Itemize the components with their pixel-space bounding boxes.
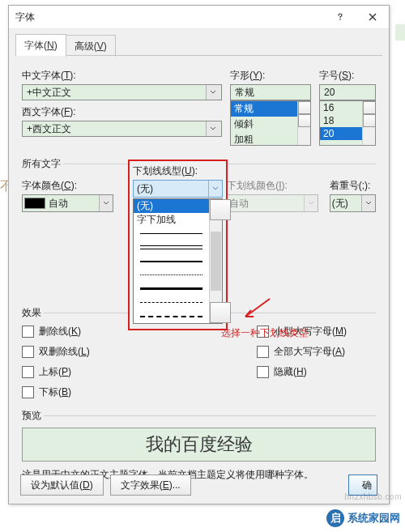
label-style: 字形(Y): bbox=[230, 69, 311, 83]
dialog-title: 字体 bbox=[15, 11, 35, 24]
preview-text: 我的百度经验 bbox=[146, 432, 253, 457]
scroll-down-icon[interactable] bbox=[210, 302, 231, 323]
chevron-down-icon bbox=[304, 195, 318, 211]
underline-option-dash-heavy[interactable] bbox=[134, 309, 209, 323]
scrollbar[interactable] bbox=[209, 199, 222, 323]
checkbox-hidden[interactable]: 隐藏(H) bbox=[257, 365, 347, 379]
label-font-color: 字体颜色(C): bbox=[22, 179, 113, 193]
underline-style-combo[interactable]: (无) bbox=[133, 180, 223, 198]
titlebar: 字体 bbox=[9, 6, 389, 29]
help-button[interactable] bbox=[324, 6, 356, 28]
site-logo: 启 系统家园网 bbox=[326, 509, 400, 527]
underline-option-words[interactable]: 字下加线 bbox=[134, 213, 209, 227]
underline-option-dotted[interactable] bbox=[134, 268, 209, 282]
label-underline-style: 下划线线型(U): bbox=[133, 164, 223, 178]
scroll-up-icon[interactable] bbox=[363, 101, 376, 114]
underline-style-highlight: 下划线线型(U): (无) (无) 字下加线 bbox=[128, 160, 228, 330]
emphasis-combo[interactable]: (无) bbox=[330, 194, 376, 212]
scroll-thumb[interactable] bbox=[211, 232, 221, 291]
watermark: hnzxhbsb.com bbox=[345, 492, 402, 501]
chevron-down-icon bbox=[208, 181, 222, 197]
underline-style-list: (无) 字下加线 bbox=[133, 198, 223, 324]
tab-font[interactable]: 字体(N) bbox=[15, 34, 66, 56]
underline-option-none[interactable]: (无) bbox=[134, 199, 209, 213]
size-value: 20 bbox=[322, 87, 373, 98]
chevron-down-icon bbox=[361, 195, 375, 211]
scroll-down-icon[interactable] bbox=[298, 114, 311, 127]
underline-color-combo: 自动 bbox=[227, 194, 318, 212]
label-latin-font: 西文字体(F): bbox=[22, 105, 222, 119]
chevron-down-icon bbox=[206, 121, 220, 136]
annotation-arrow bbox=[241, 297, 274, 321]
dialog-button-row: 设为默认值(D) 文字效果(E)... 确 bbox=[9, 475, 389, 496]
label-effects: 效果 bbox=[22, 306, 44, 320]
color-swatch bbox=[24, 198, 45, 209]
cjk-font-value: +中文正文 bbox=[24, 86, 206, 100]
style-input[interactable]: 常规 bbox=[230, 84, 311, 100]
font-dialog: 字体 字体(N) 高级(V) 中文字体(T): +中文正文 bbox=[8, 5, 390, 504]
underline-option-dotted-heavy[interactable] bbox=[134, 282, 209, 296]
latin-font-value: +西文正文 bbox=[24, 122, 206, 136]
label-underline-color: 下划线颜色(I): bbox=[227, 179, 318, 193]
underline-style-value: (无) bbox=[134, 182, 208, 196]
style-value: 常规 bbox=[232, 86, 309, 100]
emphasis-value: (无) bbox=[332, 197, 361, 211]
text-effects-button[interactable]: 文字效果(E)... bbox=[110, 475, 191, 496]
size-input[interactable]: 20 bbox=[319, 84, 376, 100]
label-all-text: 所有文字 bbox=[22, 157, 63, 171]
scroll-up-icon[interactable] bbox=[210, 199, 231, 220]
label-cjk-font: 中文字体(T): bbox=[22, 69, 222, 83]
annotation-text: 选择一种下划线类型 bbox=[221, 326, 309, 340]
background-left-fragment: 不 bbox=[0, 178, 8, 195]
scroll-down-icon[interactable] bbox=[363, 114, 376, 127]
cjk-font-combo[interactable]: +中文正文 bbox=[22, 84, 222, 100]
label-size: 字号(S): bbox=[319, 69, 376, 83]
checkbox-superscript[interactable]: 上标(P) bbox=[22, 365, 257, 379]
font-color-combo[interactable]: 自动 bbox=[22, 194, 113, 212]
preview-box: 我的百度经验 bbox=[22, 428, 376, 462]
underline-color-value: 自动 bbox=[229, 197, 304, 211]
latin-font-combo[interactable]: +西文正文 bbox=[22, 121, 222, 137]
underline-option-single[interactable] bbox=[134, 227, 209, 240]
scroll-up-icon[interactable] bbox=[298, 101, 311, 114]
style-listbox[interactable]: 常规 倾斜 加粗 bbox=[230, 100, 311, 146]
background-app-strip bbox=[395, 24, 405, 40]
font-color-value: 自动 bbox=[49, 197, 99, 211]
label-emphasis: 着重号(;): bbox=[330, 179, 376, 193]
chevron-down-icon bbox=[206, 85, 220, 100]
site-name: 系统家园网 bbox=[347, 511, 400, 526]
set-default-button[interactable]: 设为默认值(D) bbox=[20, 475, 104, 496]
checkbox-double-strike[interactable]: 双删除线(L) bbox=[22, 345, 257, 359]
scrollbar[interactable] bbox=[362, 101, 375, 145]
scrollbar[interactable] bbox=[297, 101, 310, 145]
logo-badge-icon: 启 bbox=[326, 509, 344, 527]
underline-option-double[interactable] bbox=[134, 240, 209, 254]
checkbox-allcaps[interactable]: 全部大写字母(A) bbox=[257, 345, 347, 359]
group-preview: 预览 我的百度经验 这是用于中文的正文主题字体。当前文档主题定义将使用哪种字体。 bbox=[22, 409, 376, 482]
tab-advanced[interactable]: 高级(V) bbox=[66, 35, 116, 57]
tab-strip: 字体(N) 高级(V) bbox=[9, 29, 389, 56]
ok-label: 确 bbox=[362, 479, 372, 492]
checkbox-subscript[interactable]: 下标(B) bbox=[22, 385, 257, 399]
underline-option-thick[interactable] bbox=[134, 254, 209, 268]
underline-option-dash[interactable] bbox=[134, 296, 209, 309]
chevron-down-icon bbox=[99, 195, 113, 211]
size-listbox[interactable]: 16 18 20 bbox=[319, 100, 376, 146]
close-button[interactable] bbox=[356, 6, 389, 28]
label-preview: 预览 bbox=[22, 409, 44, 423]
